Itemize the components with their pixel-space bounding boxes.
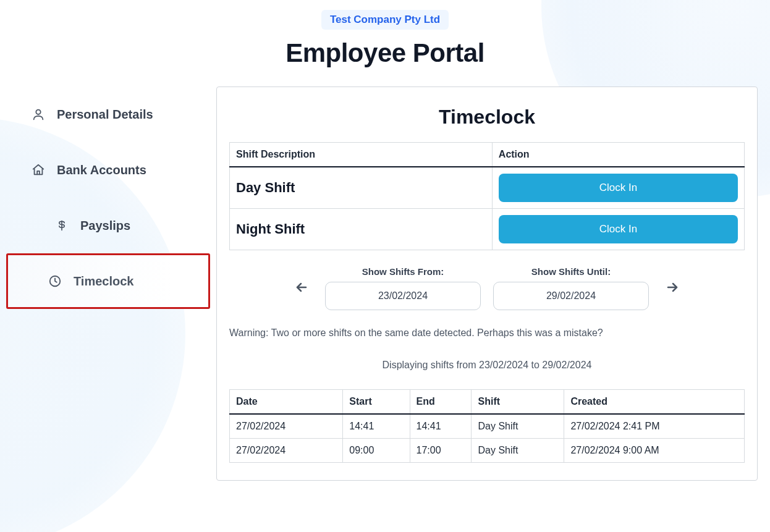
- company-chip: Test Company Pty Ltd: [321, 10, 449, 30]
- col-start: Start: [343, 390, 410, 415]
- dollar-icon: [54, 219, 69, 232]
- sidebar-item-label: Payslips: [80, 219, 130, 233]
- timeclock-panel: Timeclock Shift Description Action Day S…: [216, 87, 758, 481]
- shift-name: Night Shift: [236, 221, 305, 237]
- shift-row: Day Shift Clock In: [230, 167, 745, 209]
- col-end: End: [410, 390, 472, 415]
- sidebar-item-label: Personal Details: [57, 108, 153, 122]
- table-row: 27/02/2024 14:41 14:41 Day Shift 27/02/2…: [230, 414, 745, 439]
- shift-name: Day Shift: [236, 180, 295, 195]
- displaying-text: Displaying shifts from 23/02/2024 to 29/…: [229, 360, 745, 371]
- cell-end: 17:00: [410, 439, 472, 463]
- shifts-until-input[interactable]: [493, 282, 649, 310]
- cell-shift: Day Shift: [472, 439, 564, 463]
- shift-log-table: Date Start End Shift Created 27/02/2024 …: [229, 389, 745, 463]
- page-title: Employee Portal: [0, 38, 770, 68]
- shifts-from-input[interactable]: [325, 282, 481, 310]
- until-label: Show Shifts Until:: [531, 266, 611, 277]
- home-icon: [31, 163, 46, 177]
- sidebar-item-label: Bank Accounts: [57, 163, 146, 177]
- sidebar-item-label: Timeclock: [74, 274, 133, 289]
- clock-in-button[interactable]: Clock In: [499, 215, 738, 243]
- from-group: Show Shifts From:: [325, 266, 481, 310]
- arrow-right-icon: [665, 287, 680, 297]
- sidebar-item-payslips[interactable]: Payslips: [6, 198, 210, 253]
- warning-text: Warning: Two or more shifts on the same …: [229, 327, 745, 339]
- cell-end: 14:41: [410, 414, 472, 439]
- clock-icon: [48, 274, 62, 288]
- sidebar-item-timeclock[interactable]: Timeclock: [6, 253, 210, 309]
- cell-shift: Day Shift: [472, 414, 564, 439]
- cell-date: 27/02/2024: [230, 439, 343, 463]
- sidebar-item-personal-details[interactable]: Personal Details: [6, 87, 210, 142]
- date-range-row: Show Shifts From: Show Shifts Until:: [229, 266, 745, 310]
- col-shift-description: Shift Description: [230, 143, 493, 167]
- cell-start: 09:00: [343, 439, 410, 463]
- user-icon: [31, 108, 46, 121]
- sidebar-item-bank-accounts[interactable]: Bank Accounts: [6, 142, 210, 198]
- cell-created: 27/02/2024 9:00 AM: [564, 439, 745, 463]
- shift-action-table: Shift Description Action Day Shift Clock…: [229, 142, 745, 250]
- col-shift: Shift: [472, 390, 564, 415]
- shift-row: Night Shift Clock In: [230, 209, 745, 250]
- cell-start: 14:41: [343, 414, 410, 439]
- until-group: Show Shifts Until:: [493, 266, 649, 310]
- panel-title: Timeclock: [229, 106, 745, 129]
- col-action: Action: [492, 143, 744, 167]
- sidebar: Personal Details Bank Accounts Payslips …: [6, 87, 216, 309]
- col-date: Date: [230, 390, 343, 415]
- arrow-left-icon: [294, 287, 309, 297]
- clock-in-button[interactable]: Clock In: [499, 174, 738, 202]
- prev-range-button[interactable]: [290, 276, 313, 300]
- table-row: 27/02/2024 09:00 17:00 Day Shift 27/02/2…: [230, 439, 745, 463]
- next-range-button[interactable]: [661, 276, 683, 300]
- svg-point-0: [36, 110, 40, 114]
- cell-date: 27/02/2024: [230, 414, 343, 439]
- from-label: Show Shifts From:: [362, 266, 444, 277]
- col-created: Created: [564, 390, 745, 415]
- cell-created: 27/02/2024 2:41 PM: [564, 414, 745, 439]
